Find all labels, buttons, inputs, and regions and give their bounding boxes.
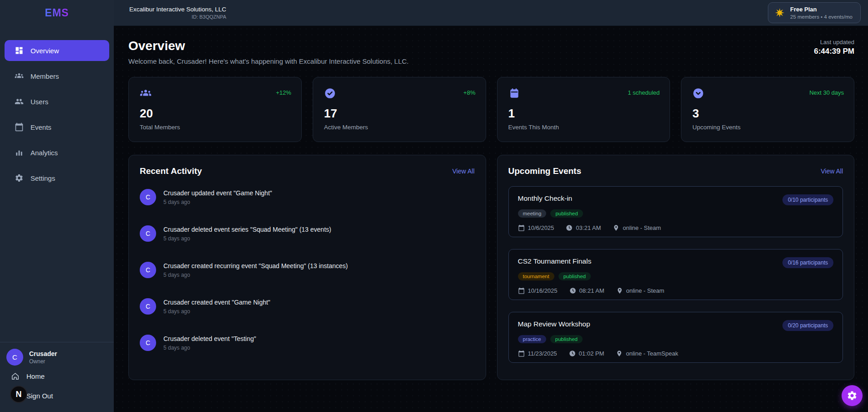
event-date-text: 10/16/2025: [528, 287, 558, 294]
event-time: 03:21 AM: [566, 224, 601, 231]
page-title: Overview: [128, 39, 409, 53]
members-group-icon: [15, 71, 24, 81]
activity-item: C Crusader created event "Game Night" 5 …: [140, 288, 475, 325]
gear-icon: [15, 173, 24, 183]
stat-label: Total Members: [140, 124, 291, 131]
events-view-all-link[interactable]: View All: [821, 168, 843, 175]
plan-badge[interactable]: Free Plan 25 members • 4 events/mo: [768, 2, 861, 23]
activity-time: 5 days ago: [163, 235, 331, 242]
location-pin-icon: [616, 350, 623, 357]
participants-badge: 0/16 participants: [782, 257, 833, 268]
sidebar-item-members[interactable]: Members: [5, 66, 109, 86]
bar-chart-icon: [15, 148, 24, 157]
upcoming-events-title: Upcoming Events: [508, 166, 581, 176]
recent-activity-title: Recent Activity: [140, 166, 202, 176]
stat-value: 17: [324, 107, 476, 121]
app-logo: EMS: [45, 7, 69, 19]
activity-list: C Crusader updated event "Game Night" 5 …: [140, 179, 475, 361]
main-content: Overview Welcome back, Crusader! Here's …: [114, 26, 868, 412]
event-time-text: 08:21 AM: [579, 287, 604, 294]
user-name: Crusader: [29, 350, 57, 357]
stat-card-events-this-month: 1 scheduled 1 Events This Month: [497, 77, 670, 142]
event-card[interactable]: Monthly Check-in 0/10 participants meeti…: [508, 186, 843, 237]
stat-trend: +8%: [463, 89, 475, 96]
activity-time: 5 days ago: [163, 308, 270, 315]
avatar: C: [140, 335, 156, 351]
sidebar-item-label: Users: [30, 98, 48, 106]
activity-text: Crusader deleted event "Testing": [163, 335, 256, 342]
stat-value: 20: [140, 107, 291, 121]
event-location-text: online - Steam: [626, 287, 665, 294]
activity-item: C Crusader deleted event "Testing" 5 day…: [140, 325, 475, 361]
event-card[interactable]: CS2 Tournament Finals 0/16 participants …: [508, 249, 843, 300]
event-card[interactable]: Map Review Workshop 0/20 participants pr…: [508, 312, 843, 363]
sign-out-link[interactable]: Sign Out N: [5, 387, 108, 405]
calendar-icon: [518, 224, 525, 231]
stat-trend: +12%: [276, 89, 291, 96]
gear-icon: [847, 390, 858, 401]
event-list: Monthly Check-in 0/10 participants meeti…: [508, 186, 843, 363]
title-row: Overview Welcome back, Crusader! Here's …: [128, 39, 854, 65]
stats-grid: +12% 20 Total Members +8% 17 Active Memb…: [128, 77, 854, 142]
sidebar-item-events[interactable]: Events: [5, 117, 109, 137]
cursor-overlay: N: [10, 386, 27, 403]
event-time: 08:21 AM: [569, 287, 604, 294]
sidebar-item-label: Settings: [30, 174, 55, 182]
avatar: C: [6, 349, 23, 366]
event-date-text: 11/23/2025: [528, 350, 557, 357]
participants-badge: 0/10 participants: [782, 194, 833, 205]
event-location: online - TeamSpeak: [616, 350, 678, 357]
sidebar-item-users[interactable]: Users: [5, 91, 109, 112]
calendar-icon: [518, 350, 525, 357]
activity-time: 5 days ago: [163, 345, 256, 351]
users-icon: [15, 97, 24, 106]
event-date: 11/23/2025: [518, 350, 557, 357]
calendar-icon: [15, 122, 24, 132]
activity-text: Crusader created event "Game Night": [163, 299, 270, 306]
stat-card-upcoming-events: Next 30 days 3 Upcoming Events: [681, 77, 854, 142]
logo-area: EMS: [0, 0, 114, 26]
user-role: Owner: [29, 358, 57, 365]
avatar: C: [140, 225, 156, 242]
sidebar-user-section: C Crusader Owner Home Sign Out N: [0, 342, 114, 412]
location-pin-icon: [613, 224, 619, 231]
stat-value: 3: [692, 107, 844, 121]
stat-label: Active Members: [324, 124, 476, 131]
activity-view-all-link[interactable]: View All: [452, 168, 475, 175]
sidebar-item-label: Events: [30, 123, 51, 131]
sparkle-icon: [775, 8, 785, 18]
plan-details: 25 members • 4 events/mo: [790, 14, 853, 20]
user-row: C Crusader Owner: [5, 349, 108, 366]
stat-trend: 1 scheduled: [628, 89, 660, 96]
home-icon: [11, 372, 20, 381]
calendar-filled-icon: [508, 87, 520, 99]
event-date: 10/6/2025: [518, 224, 554, 231]
event-title: Map Review Workshop: [518, 320, 590, 328]
event-type-tag: meeting: [518, 209, 547, 218]
event-time-text: 03:21 AM: [576, 224, 601, 231]
sidebar-item-label: Analytics: [30, 149, 58, 157]
activity-time: 5 days ago: [163, 272, 348, 278]
activity-text: Crusader created recurring event "Squad …: [163, 262, 348, 270]
event-type-tag: practice: [518, 335, 546, 343]
sidebar-nav: Overview Members Users Events Analytics: [0, 26, 114, 188]
plan-name: Free Plan: [790, 6, 853, 13]
activity-text: Crusader updated event "Game Night": [163, 189, 272, 197]
calendar-icon: [518, 287, 525, 294]
activity-item: C Crusader updated event "Game Night" 5 …: [140, 179, 475, 215]
sidebar-item-analytics[interactable]: Analytics: [5, 142, 109, 163]
sidebar-item-settings[interactable]: Settings: [5, 168, 109, 188]
event-time-text: 01:02 PM: [579, 350, 604, 357]
last-updated-label: Last updated: [814, 39, 854, 46]
clock-icon: [569, 287, 576, 294]
settings-fab-button[interactable]: [842, 385, 863, 406]
location-pin-icon: [616, 287, 623, 294]
org-name: Excalibur Interactive Solutions, LLC: [129, 6, 226, 13]
activity-item: C Crusader deleted event series "Squad M…: [140, 215, 475, 252]
home-link[interactable]: Home: [5, 367, 108, 385]
stat-trend: Next 30 days: [809, 89, 844, 96]
avatar: C: [140, 298, 156, 315]
sidebar-item-overview[interactable]: Overview: [5, 40, 109, 61]
stat-label: Events This Month: [508, 124, 660, 131]
last-updated-time: 6:44:39 PM: [814, 47, 854, 56]
